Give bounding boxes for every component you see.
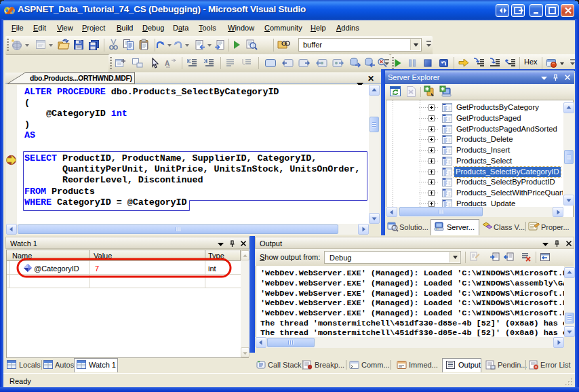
svg-text:A: A [165,60,169,67]
